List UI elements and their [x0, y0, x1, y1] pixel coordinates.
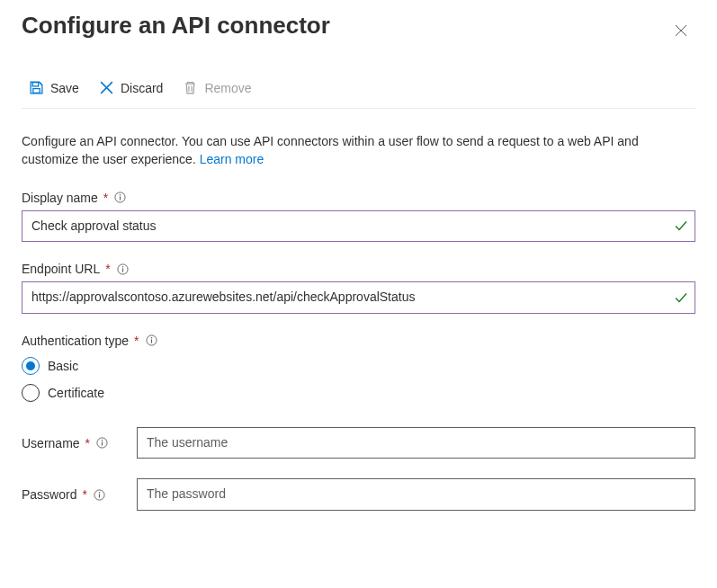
- username-input[interactable]: [137, 427, 695, 459]
- info-icon[interactable]: [117, 263, 129, 275]
- auth-type-radio-group: Basic Certificate: [22, 357, 695, 402]
- svg-rect-1: [33, 89, 40, 94]
- learn-more-link[interactable]: Learn more: [200, 152, 264, 166]
- discard-label: Discard: [121, 81, 163, 95]
- display-name-input[interactable]: [22, 210, 695, 243]
- panel-header: Configure an API connector: [22, 11, 695, 66]
- auth-type-certificate-label: Certificate: [48, 386, 104, 400]
- svg-point-6: [121, 266, 122, 267]
- endpoint-url-label: Endpoint URL *: [22, 262, 695, 276]
- svg-rect-13: [102, 441, 103, 445]
- svg-rect-16: [99, 494, 100, 497]
- checkmark-icon: [674, 218, 688, 233]
- endpoint-url-input[interactable]: [22, 281, 695, 314]
- remove-label: Remove: [204, 81, 251, 95]
- auth-type-field: Authentication type * Basic Certificate: [22, 334, 695, 402]
- close-icon: [674, 23, 688, 40]
- password-field: Password *: [22, 478, 695, 511]
- display-name-label: Display name *: [22, 191, 695, 205]
- remove-button: Remove: [175, 76, 258, 99]
- discard-button[interactable]: Discard: [92, 76, 170, 99]
- svg-point-12: [102, 440, 103, 441]
- configure-api-connector-panel: Configure an API connector Save Discard …: [0, 0, 717, 532]
- username-field: Username *: [22, 427, 695, 459]
- required-asterisk: *: [134, 334, 139, 348]
- save-button[interactable]: Save: [22, 76, 86, 99]
- endpoint-url-field: Endpoint URL *: [22, 262, 695, 314]
- required-asterisk: *: [105, 262, 110, 276]
- auth-type-basic-option[interactable]: Basic: [22, 357, 695, 375]
- svg-rect-4: [120, 196, 121, 200]
- required-asterisk: *: [82, 487, 86, 502]
- required-asterisk: *: [85, 436, 90, 450]
- svg-point-15: [99, 492, 100, 493]
- save-label: Save: [50, 81, 79, 95]
- page-title: Configure an API connector: [22, 11, 330, 41]
- auth-type-label: Authentication type *: [22, 334, 695, 348]
- svg-point-9: [150, 337, 151, 338]
- intro-body: Configure an API connector. You can use …: [22, 134, 639, 166]
- svg-rect-10: [150, 340, 151, 343]
- username-label: Username *: [22, 436, 122, 450]
- toolbar: Save Discard Remove: [22, 66, 695, 109]
- info-icon[interactable]: [94, 489, 105, 501]
- required-asterisk: *: [103, 191, 108, 205]
- password-input[interactable]: [137, 478, 695, 511]
- svg-rect-0: [32, 83, 38, 86]
- discard-icon: [99, 80, 114, 95]
- checkmark-icon: [674, 290, 688, 305]
- close-button[interactable]: [667, 16, 695, 48]
- auth-type-basic-label: Basic: [48, 359, 78, 373]
- auth-type-certificate-option[interactable]: Certificate: [22, 384, 695, 402]
- intro-text: Configure an API connector. You can use …: [22, 132, 695, 169]
- info-icon[interactable]: [146, 334, 157, 346]
- svg-point-3: [120, 194, 121, 195]
- save-icon: [29, 80, 44, 95]
- svg-rect-7: [122, 268, 123, 272]
- radio-selected-icon: [22, 357, 40, 375]
- radio-unselected-icon: [22, 384, 40, 402]
- info-icon[interactable]: [114, 192, 126, 203]
- trash-icon: [183, 80, 198, 95]
- password-label: Password *: [22, 487, 122, 502]
- display-name-field: Display name *: [22, 191, 695, 243]
- info-icon[interactable]: [96, 437, 108, 449]
- credentials-block: Username * Password *: [22, 427, 695, 511]
